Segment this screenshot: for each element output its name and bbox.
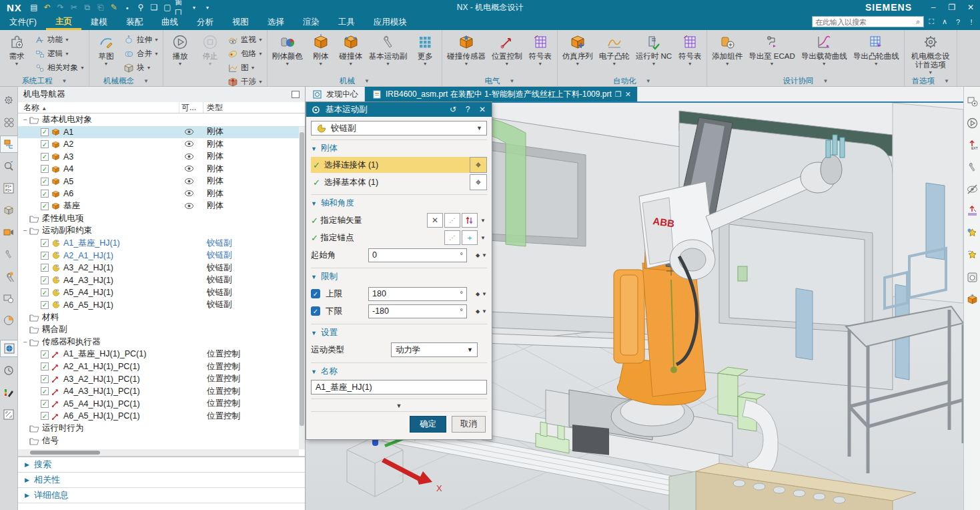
dialog-close-icon[interactable]: ✕ [477,105,488,114]
tab-close-icon[interactable]: ✕ [625,90,631,99]
row-checkbox[interactable]: ✓ [41,362,49,370]
tree-row[interactable]: ✓A3_A2_HJ(1)铰链副 [18,262,305,274]
microphone-icon[interactable]: 🞄 [121,1,133,13]
row-checkbox[interactable]: ✓ [41,412,49,420]
format-brush-icon[interactable]: ✎ [108,1,120,13]
ribbon-button-导出凸轮曲线[interactable]: 导出凸轮曲线▼ [851,31,902,66]
tree-row[interactable]: ✓A2刚体 [18,138,305,151]
joint-name-input[interactable]: A1_基座_HJ(1) [311,380,487,395]
row-checkbox[interactable]: ✓ [41,239,49,247]
row-checkbox[interactable]: ✓ [41,288,49,296]
ribbon-button-导出载荷曲线[interactable]: 导出载荷曲线▼ [799,31,850,66]
expander-minus-icon[interactable]: − [22,227,29,234]
ribbon-button-碰撞传感器[interactable]: 碰撞传感器▼ [444,31,488,66]
select-attachment-row[interactable]: ✓ 选择连接体 (1) ⌖ [311,157,487,173]
web-browser-icon[interactable] [0,340,17,357]
visibility-eye-icon[interactable] [185,189,193,198]
sequence-editor-icon[interactable]: 0 24 24"> [1,268,17,285]
visibility-eye-icon[interactable] [185,140,193,149]
start-angle-spinner[interactable]: ◆ [476,252,480,258]
minimize-ribbon-icon[interactable]: ∧ [939,17,951,26]
row-checkbox[interactable]: ✓ [41,375,49,383]
navigation-gear-icon[interactable] [1,91,17,109]
dialog-help-icon[interactable]: ? [462,105,473,114]
preview-icon[interactable] [1,290,17,307]
row-checkbox[interactable]: ✓ [41,140,49,148]
row-checkbox[interactable]: ✓ [41,350,49,358]
upper-limit-spinner[interactable]: ◆ [476,291,480,297]
assembly-navigator-icon[interactable] [1,113,17,131]
minimize-button[interactable]: – [924,0,943,15]
ribbon-button-拉伸[interactable]: 拉伸▼ [121,33,161,47]
menu-tab-工具[interactable]: 工具 [329,15,364,30]
tree-row[interactable]: ✓A1_基座_HJ(1)铰链副 [18,237,305,250]
menu-tab-主页[interactable]: 主页 [46,15,81,30]
ribbon-button-碰撞体[interactable]: 碰撞体▼ [336,31,366,66]
tree-row[interactable]: −运动副和约束 [18,225,305,238]
visibility-eye-icon[interactable] [185,177,193,186]
time-chart-icon[interactable] [1,312,17,329]
undock-panel-button[interactable] [292,91,300,98]
paste-icon[interactable]: ⎗ [95,1,107,13]
ribbon-group-label[interactable]: 首选项▼ [907,76,955,86]
section-相关性[interactable]: ▶相关性 [18,473,305,488]
dialog-reset-icon[interactable]: ↺ [448,105,458,114]
visibility-eye-icon[interactable] [185,164,193,174]
tab-discovery-center[interactable]: 发现中心 [306,87,365,101]
mechatronics-navigator-icon[interactable] [0,136,17,153]
alert-icon[interactable]: ! [965,18,977,26]
ribbon-button-图[interactable]: 图▼ [225,61,265,75]
column-visible[interactable]: 可... [179,102,203,113]
specify-anchor-row[interactable]: ✓ 指定锚点 ⋰ ＋ ▼ [311,229,487,246]
tree-row[interactable]: 运行时行为 [18,423,305,435]
materials-icon[interactable] [965,291,979,307]
section-settings-title[interactable]: ▼ 设置 [311,327,487,338]
row-checkbox[interactable]: ✓ [41,301,49,309]
dialog-collapse-handle[interactable]: ▼ [311,399,487,411]
menu-tab-曲线[interactable]: 曲线 [152,15,187,30]
row-checkbox[interactable]: ✓ [41,202,49,210]
select-base-crosshair-button[interactable]: ⌖ [470,174,487,190]
upper-limit-input[interactable]: 180 ° [368,287,467,301]
navigator-column-headers[interactable]: 名称 ▲ 可... 类型 [18,102,305,113]
expressions-icon[interactable]: P1=P2= [1,180,17,197]
dialog-header[interactable]: 基本运动副 ↺ ? ✕ [306,102,492,117]
clip-section-icon[interactable] [965,159,979,175]
touch-mode-icon[interactable]: ⚲ [135,1,147,13]
upper-limit-dropdown-icon[interactable]: ▼ [482,291,487,297]
tree-row[interactable]: ✓A2_A1_HJ(1)铰链副 [18,250,305,262]
help-icon[interactable]: ? [952,18,964,26]
ribbon-group-label[interactable]: 自动化▼ [560,76,704,86]
tree-row[interactable]: ✓A3刚体 [18,151,305,164]
reuse-library-icon[interactable] [1,246,17,263]
joint-type-dropdown[interactable]: 铰链副 ▼ [311,121,487,136]
anchor-inferred-button[interactable]: ⋰ [444,230,460,245]
tree-row[interactable]: 耦合副 [18,324,305,336]
row-checkbox[interactable]: ✓ [41,128,49,136]
row-checkbox[interactable]: ✓ [41,190,49,198]
tree-row[interactable]: ✓A5_A4_HJ(1)_PC(1)位置控制 [18,398,305,411]
ribbon-button-刚体颜色[interactable]: 刚体颜色▼ [270,31,306,66]
save-icon[interactable]: ▤ [28,1,40,13]
tree-row[interactable]: ✓A1_基座_HJ(1)_PC(1)位置控制 [18,348,305,361]
upper-limit-checkbox[interactable]: ✓ [311,289,320,298]
section-搜索[interactable]: ▶搜索 [18,457,305,473]
specify-vector-row[interactable]: ✓ 指定轴矢量 ✕ ⋰ ▼ [311,212,487,229]
visibility-eye-icon[interactable] [185,127,193,137]
ribbon-button-运行时NC[interactable]: 运行时 NC▼ [633,31,674,66]
menu-tab-渲染[interactable]: 渲染 [294,15,329,30]
menu-tab-文件F[interactable]: 文件(F) [0,15,46,30]
row-checkbox[interactable]: ✓ [41,153,49,161]
tree-row[interactable]: ✓基座刚体 [18,200,305,213]
row-checkbox[interactable]: ✓ [41,165,49,173]
menu-tab-建模[interactable]: 建模 [81,15,117,30]
select-attachment-crosshair-button[interactable]: ⌖ [470,157,487,173]
vector-inferred-button[interactable]: ⋰ [444,213,460,228]
tree-row[interactable]: ✓A6_A5_HJ(1)_PC(1)位置控制 [18,410,305,423]
restore-button[interactable]: ❐ [943,0,961,15]
ribbon-button-块[interactable]: 块▼ [121,61,161,75]
cancel-button[interactable]: 取消 [452,416,486,433]
true-shading-icon[interactable] [965,225,979,241]
rendering-style-icon[interactable] [965,93,979,109]
cascade-windows-icon[interactable]: ❏ [148,1,160,13]
